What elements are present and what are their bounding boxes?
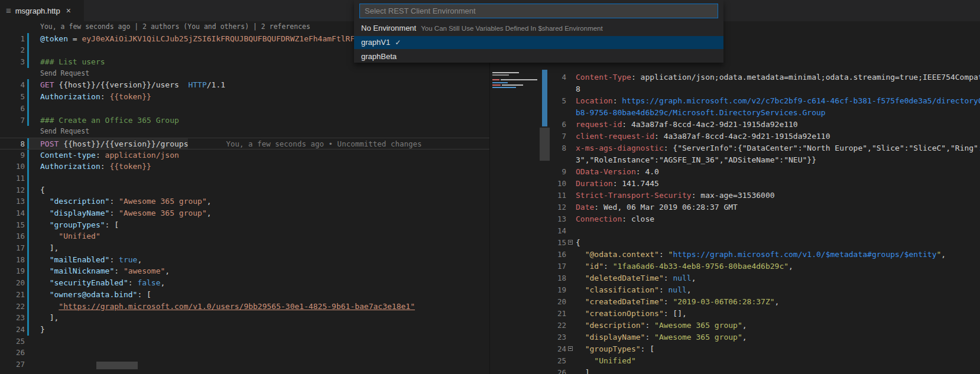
env-option-no-environment[interactable]: No Environment You Can Still Use Variabl… [354,22,723,35]
code-text: "owners@odata.bind": [ [29,289,151,301]
tab-msgraph-http[interactable]: ≡ msgraph.http × [0,0,84,21]
code-line: 18 "mailEnabled": true, [0,254,489,266]
token: /1.1 [207,80,225,89]
token: , [941,250,946,259]
code-text: "groupTypes": [ [29,219,119,231]
code-line: 14 [551,225,980,237]
code-text: "deletedDateTime": null, [574,272,696,284]
line-number: 18 [551,272,566,284]
line-number: 15 [0,219,25,231]
line-number: 21 [0,289,25,301]
token: 3","RoleInstance":"AGSFE_IN_36","ADSiteN… [576,155,816,164]
token: client-request-id [576,132,654,141]
code-line: 3","RoleInstance":"AGSFE_IN_36","ADSiteN… [551,154,980,166]
token: , [137,255,142,264]
code-text: ], [29,312,59,324]
token: , [692,274,696,282]
token: : 141.7445 [613,179,659,188]
token [576,285,585,294]
fold-icon [566,296,574,308]
link[interactable]: https://graph.microsoft.com/v1.0/$metada… [673,250,936,259]
token [576,333,585,342]
token: Authorization [40,92,100,101]
token: , [775,297,780,306]
link[interactable]: https://graph.microsoft.com/v2/c7bc2bf9-… [622,96,980,105]
fold-icon[interactable] [566,343,574,355]
code-text: Authorization: {{token}} [29,91,151,103]
codelens-line[interactable]: Send Request [0,126,489,138]
minimap-line [492,84,501,86]
token: "@odata.context" [585,250,659,259]
fold-icon [566,249,574,261]
token [576,309,585,318]
code-text [29,347,40,359]
horizontal-scrollbar[interactable] [96,362,138,369]
token [576,262,585,271]
http-response-editor[interactable]: 4Content-Type: application/json;odata.me… [551,21,980,374]
token: null [669,285,687,294]
token: "description" [50,197,110,206]
code-text [29,359,40,370]
fold-icon [566,261,574,272]
token: You, a few seconds ago | 2 authors (You … [40,22,310,31]
token: 8 [576,84,580,93]
code-text: "mailNickname": "awesome", [29,265,170,277]
minimap-line [492,82,508,83]
close-icon[interactable]: × [66,6,71,15]
code-text: Date: Wed, 06 Mar 2019 06:28:37 GMT [574,201,738,213]
token: "displayName" [50,209,110,217]
code-text: Send Request [29,68,89,80]
token: , [742,333,747,342]
token: , [207,209,212,217]
line-number: 24 [0,324,25,336]
vertical-scrollbar[interactable] [540,128,550,161]
fold-icon[interactable] [566,237,574,249]
fold-icon [566,355,574,367]
fold-icon [566,331,574,343]
code-text: "https://graph.microsoft.com/v1.0/users/… [29,301,415,313]
code-text [29,173,40,184]
token: : 4.0 [636,167,659,176]
token: , [207,197,212,206]
token: null [673,274,691,282]
token: : [100,92,110,101]
environment-input[interactable] [359,4,718,18]
token: {{host}}/{{version}}/groups [59,139,188,148]
line-number: 17 [551,261,566,272]
link[interactable]: b8-9756-80bae4d6b29c/Microsoft.Directory… [576,108,826,117]
token: : [ [641,344,654,353]
line-number [0,126,25,138]
line-number: 12 [551,201,566,213]
token: "groupTypes" [50,220,105,229]
http-request-editor[interactable]: You, a few seconds ago | 2 authors (You … [0,21,490,374]
minimap-line [492,74,509,76]
token: "Awesome 365 group" [119,197,207,206]
fold-icon [566,178,574,190]
token: , [165,266,170,275]
line-number: 18 [0,254,25,266]
token: : [100,162,110,171]
token: { [40,186,45,194]
fold-icon [566,190,574,201]
token: { [576,238,580,247]
line-number: 19 [551,284,566,296]
code-line: 8POST {{host}}/{{version}}/groupsYou, a … [0,138,489,149]
token: GET [40,80,54,89]
token [40,232,59,240]
link[interactable]: "https://graph.microsoft.com/v1.0/users/… [59,302,415,311]
token: ### Create an Office 365 Group [40,116,179,125]
line-number: 26 [0,347,25,359]
token: false [137,278,160,287]
codelens-line[interactable]: Send Request [0,68,489,80]
code-text: "securityEnabled": false, [29,277,165,289]
token: {{token}} [109,162,151,171]
env-option-graphbeta[interactable]: graphBeta [354,50,723,63]
line-number: 5 [551,95,566,107]
token: : 4a3a87af-8ccd-4ac2-9d21-1915da92e110 [622,120,797,129]
token [576,321,585,330]
code-text: ] [574,367,589,374]
code-line: 17 ], [0,242,489,254]
env-option-graphv1[interactable]: graphV1 ✓ [354,36,723,49]
code-text: POST {{host}}/{{version}}/groups [29,138,188,149]
token [40,209,50,217]
